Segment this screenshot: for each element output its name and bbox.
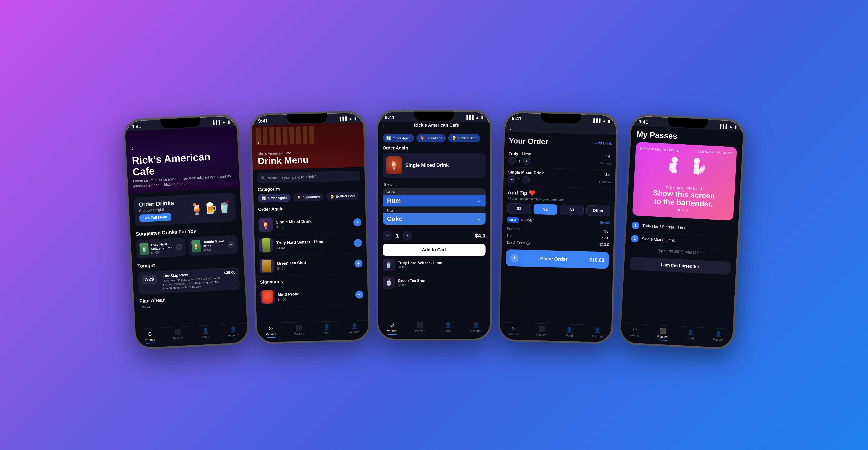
phone-2-back-btn[interactable]: ‹: [257, 138, 259, 146]
add-to-cart-button[interactable]: Add to Cart: [383, 244, 486, 256]
phone-3-tab-bar: ⊙ Venues ⬛ Passes 👤 Feed 👤 Account: [378, 319, 490, 339]
menu-item-1-info: Single Mixed Drink $4.00: [276, 218, 350, 229]
tip-3-button[interactable]: $3: [560, 204, 584, 216]
phone-5: 9:41 ▐▐▐ ▲ ▮ My Passes Drinks at Milch's…: [618, 114, 745, 350]
add-drink-2-button[interactable]: +: [227, 241, 235, 248]
bottles-bg: [251, 124, 364, 145]
totals-section: Subtotal $8. Tip $2.0 Tax & Fees ⓘ $10.0: [506, 225, 610, 249]
phone-1-back-btn[interactable]: ‹: [131, 144, 134, 152]
add-sig-button[interactable]: +: [355, 290, 363, 299]
tip-buttons: $1 $2 $3 Other: [507, 203, 610, 216]
cat-order-again[interactable]: 🔄 Order Again: [383, 134, 414, 142]
tab-venues-3[interactable]: ⊙ Venues: [383, 322, 401, 335]
phone-2-hero: ‹ Rick's American Cafe Drink Menu: [251, 122, 364, 170]
featured-drink-card[interactable]: 🍹 Single Mixed Drink: [383, 153, 486, 178]
order-drinks-card[interactable]: Order Drinks Start your night! See Full …: [134, 192, 236, 226]
tab-passes-4[interactable]: ⬛ Passes: [532, 326, 550, 337]
drink-list-item-2[interactable]: 🍵 Green Tea Shot $4.00: [378, 274, 490, 291]
tab-feed-3[interactable]: 👤 Feed: [439, 322, 457, 335]
search-bar[interactable]: 🔍 What do you want to drink?: [257, 171, 360, 184]
cat-signatures[interactable]: 🍹 Signatures: [416, 134, 446, 142]
tip-2-button[interactable]: $2: [533, 204, 557, 215]
decrease-item-1-button[interactable]: −: [508, 157, 516, 165]
increase-item-1-button[interactable]: +: [523, 158, 530, 165]
cat-bottled-beer[interactable]: 🍺 Bottled Beer: [448, 134, 480, 142]
tab-venues-4[interactable]: ⊙ Venues: [504, 325, 522, 336]
place-order-label: Place Order: [540, 255, 567, 262]
venues-label-2: Venues: [266, 332, 276, 336]
menu-item-1[interactable]: 🍹 Single Mixed Drink $4.00 +: [254, 212, 366, 235]
remove-item-2-button[interactable]: Remove: [599, 180, 611, 184]
tab-passes-5[interactable]: ⬛ Passes: [653, 327, 672, 341]
tab-account-4[interactable]: 👤 Account: [588, 327, 606, 338]
place-order-button[interactable]: 1 Place Order $10.00: [506, 249, 609, 269]
passes-icon: ⬛: [174, 329, 181, 336]
tab-account-5[interactable]: 👤 Passes: [709, 330, 727, 344]
add-item-3-button[interactable]: +: [354, 259, 363, 268]
tab-passes-3[interactable]: ⬛ Passes: [411, 322, 429, 335]
pass-card-venue: Drinks at Milch's Surf Bar: [640, 146, 680, 152]
tab-venues-2[interactable]: ⊙ Venues: [262, 325, 280, 338]
menu-item-3[interactable]: Green Tea Shot $4.00 +: [255, 253, 367, 277]
alcohol-selector[interactable]: Rum ⌄: [383, 195, 486, 206]
tab-account-2[interactable]: 👤 Account: [345, 323, 364, 336]
order-again-head: Order Again: [378, 145, 490, 153]
menu-item-sig-img: [260, 290, 275, 304]
tip-other-button[interactable]: Other: [586, 205, 610, 216]
tab-feed[interactable]: 👤 Feed: [196, 327, 215, 341]
add-item-2-button[interactable]: +: [354, 238, 362, 247]
tab-passes[interactable]: ⬛ Passes: [168, 329, 187, 342]
tab-feed-4[interactable]: 👤 Feed: [560, 326, 578, 337]
tip-1-button[interactable]: $1: [507, 203, 531, 214]
subtotal-value: $8.: [604, 229, 610, 234]
tab-feed-2[interactable]: 👤 Feed: [317, 324, 336, 337]
event-card[interactable]: 7/29 LineSkip Pass Purchase this pass to…: [137, 267, 240, 294]
remove-item-1-button[interactable]: Remove: [600, 161, 611, 165]
phone-4-notch: [541, 113, 581, 123]
increase-item-2-button[interactable]: +: [522, 176, 530, 184]
add-item-1-button[interactable]: +: [353, 218, 362, 226]
increase-qty-button[interactable]: +: [402, 231, 412, 241]
feed-label: Feed: [202, 335, 209, 339]
category-signatures[interactable]: 🍹 Signatures: [293, 193, 323, 202]
tab-venues-5[interactable]: ⊙ Venues: [625, 326, 644, 339]
signal-icon-3: ▐▐▐: [465, 115, 473, 120]
battery-icon: ▮: [227, 119, 230, 124]
feed-icon: 👤: [202, 328, 209, 334]
tab-venues[interactable]: ⊙ Venues: [141, 330, 159, 344]
phone-2-content: 🔍 What do you want to drink? Categories …: [253, 167, 368, 323]
see-full-menu-button[interactable]: See Full Menu: [139, 213, 171, 222]
alcohol-value: Rum: [387, 197, 401, 204]
phone-2-status-icons: ▐▐▐ ▲ ▮: [338, 116, 356, 121]
mixer-selector[interactable]: Coke ⌄: [383, 213, 486, 225]
switch-card-button[interactable]: Switch: [600, 220, 610, 224]
tonight-label: Tonight: [137, 258, 239, 269]
cocktail-image: [262, 290, 273, 304]
decrease-qty-button[interactable]: −: [383, 231, 393, 241]
beer-icon: 🍺: [330, 194, 334, 199]
signatures-icon: 🍹: [297, 195, 301, 200]
phone-1-hero-text: Rick's American Cafe Lorem ipsum dolor s…: [132, 150, 234, 189]
tab-account[interactable]: 👤 Account: [224, 326, 243, 339]
add-drink-1-button[interactable]: +: [176, 244, 183, 251]
suggested-drink-2[interactable]: 🍹 Double Mixed Drink $4.00 +: [188, 235, 238, 255]
order-item-1: Truly - Lime $4. − 1 + Remove: [508, 149, 611, 170]
active-tab-indicator: [146, 342, 154, 343]
phone-3-back-btn[interactable]: ‹: [383, 122, 385, 129]
suggested-drinks-label: Suggested Drinks For You: [135, 226, 237, 237]
decrease-item-2-button[interactable]: −: [508, 176, 515, 183]
menu-item-sig-1[interactable]: Mind Probe $4.00 +: [256, 284, 368, 308]
category-order-again[interactable]: 🔄 Order Again: [258, 193, 290, 202]
add-drink-button[interactable]: + Add Drink: [592, 141, 612, 145]
tab-account-3[interactable]: 👤 Account: [467, 322, 485, 335]
menu-item-2[interactable]: Truly Hard Seltzer - Lime $4.00 +: [254, 232, 367, 256]
card-number: ••• 4567: [521, 218, 534, 223]
wifi-icon-5: ▲: [728, 124, 733, 129]
tab-passes-2[interactable]: ⬛ Passes: [290, 324, 308, 337]
bartender-button[interactable]: I am the bartender: [629, 256, 731, 275]
drink-list-item-1[interactable]: 🥤 Truly Hard Seltzer - Lime $4.00: [378, 256, 490, 274]
mixer-chevron-icon: ⌄: [477, 216, 481, 222]
suggested-drink-1[interactable]: 🥤 Truly Hard Seltzer - Lime $4.00 +: [136, 237, 186, 258]
tab-feed-5[interactable]: 👤 Feed: [681, 329, 700, 342]
category-bottled-beer[interactable]: 🍺 Bottled Beer: [326, 192, 359, 201]
